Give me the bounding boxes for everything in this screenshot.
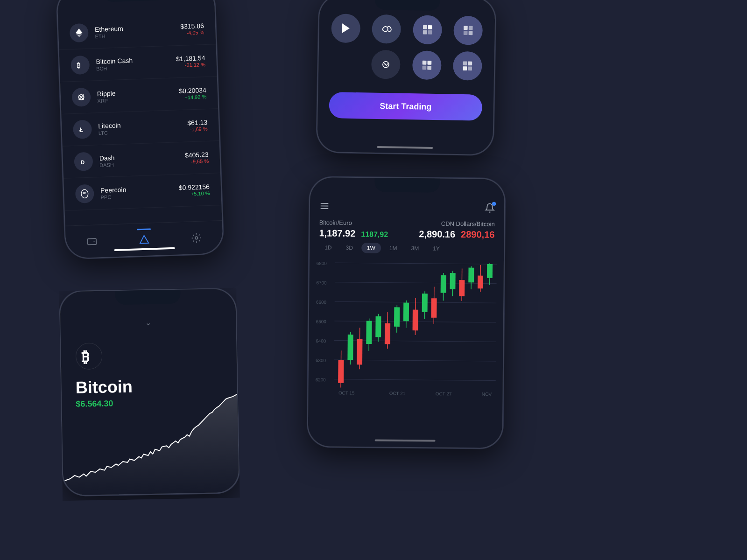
svg-rect-57	[375, 316, 381, 337]
home-indicator	[375, 439, 436, 441]
svg-text:₿: ₿	[81, 348, 89, 365]
app-icon-active[interactable]	[413, 15, 442, 44]
start-trading-button[interactable]: Start Trading	[329, 92, 482, 121]
svg-rect-77	[468, 268, 474, 283]
chevron-down-icon: ⌄	[74, 317, 222, 329]
list-item[interactable]: Ripple XRP $0.20034 +14,92 %	[60, 77, 218, 114]
svg-rect-53	[357, 339, 362, 365]
crypto-price-info: $315.86 -4,05 %	[180, 22, 204, 36]
crypto-info: Peercoin PPC	[100, 184, 179, 200]
filter-1m[interactable]: 1M	[384, 243, 403, 253]
candlestick-chart-area: 6800 6700 6600 6500 6400 6300 6200	[308, 257, 504, 406]
svg-rect-25	[463, 61, 467, 65]
svg-rect-63	[403, 303, 409, 322]
app-icon[interactable]	[371, 50, 401, 79]
svg-text:NOV: NOV	[482, 392, 492, 397]
app-icon[interactable]	[372, 14, 401, 44]
svg-rect-26	[468, 62, 472, 66]
svg-rect-15	[428, 30, 432, 35]
svg-rect-79	[478, 276, 483, 289]
svg-text:6500: 6500	[316, 319, 327, 324]
nav-wallet-icon[interactable]	[87, 236, 98, 247]
svg-rect-14	[423, 30, 427, 35]
home-indicator	[377, 146, 433, 149]
svg-text:Ł: Ł	[79, 126, 84, 133]
pair2-price: 2,890.16	[419, 229, 455, 240]
filter-1w[interactable]: 1W	[361, 243, 381, 253]
bottom-nav	[65, 220, 223, 259]
svg-rect-13	[428, 25, 432, 29]
crypto-price: $315.86	[180, 22, 204, 30]
svg-text:OCT 27: OCT 27	[436, 391, 452, 396]
crypto-info: Ripple XRP	[97, 87, 179, 104]
phone-start-trading: Start Trading	[316, 0, 496, 155]
pair2-price-colored: 2890,16	[461, 229, 494, 240]
svg-rect-69	[431, 298, 437, 318]
svg-rect-16	[464, 26, 468, 30]
svg-rect-51	[347, 335, 353, 360]
app-grid	[318, 0, 495, 90]
crypto-price-info: $405.23 -9,65 %	[185, 151, 209, 165]
svg-line-47	[334, 379, 495, 381]
crypto-info: Dash DASH	[99, 151, 185, 168]
filter-3m[interactable]: 3M	[405, 243, 424, 253]
svg-rect-21	[422, 61, 426, 65]
svg-text:D: D	[80, 159, 85, 166]
bitcoin-icon: ₿	[75, 342, 103, 371]
list-item[interactable]: D Dash DASH $405.23 -9,65 %	[63, 141, 220, 179]
ltc-icon: Ł	[73, 120, 92, 139]
list-item[interactable]: Ethereum ETH $315.86 -4,05 %	[58, 12, 216, 50]
svg-rect-22	[427, 61, 431, 65]
svg-text:6400: 6400	[316, 338, 326, 343]
phone-bitcoin-detail: ⌄ ₿ Bitcoin $6.564.30	[59, 288, 240, 497]
svg-marker-11	[342, 23, 350, 33]
app-icon[interactable]	[412, 50, 442, 80]
time-filter-bar: 1D 3D 1W 1M 3M 1Y	[310, 242, 504, 254]
list-item[interactable]: Ł Litecoin LTC $61.13 -1,69 %	[61, 109, 219, 147]
pair2-label: CDN Dollars/Bitcoin	[441, 220, 495, 228]
filter-1d[interactable]: 1D	[319, 242, 338, 252]
svg-rect-19	[469, 31, 473, 35]
svg-text:6300: 6300	[316, 358, 326, 363]
crypto-list: Ethereum ETH $315.86 -4,05 % ₿ Bitcoin C…	[57, 0, 221, 211]
svg-rect-55	[366, 321, 372, 344]
pair1-price: 1,187.92	[319, 228, 355, 239]
crypto-price: $405.23	[185, 151, 209, 159]
app-icon[interactable]	[331, 14, 360, 43]
bitcoin-line-chart	[62, 390, 239, 496]
filter-3d[interactable]: 3D	[340, 243, 359, 253]
svg-rect-75	[459, 280, 465, 296]
dash-icon: D	[74, 152, 93, 171]
svg-rect-23	[422, 66, 426, 70]
crypto-info: Ethereum ETH	[95, 22, 181, 39]
filter-1y[interactable]: 1Y	[427, 243, 445, 253]
pair1-price-colored: 1187,92	[361, 230, 388, 239]
crypto-price-info: $61.13 -1,69 %	[187, 119, 208, 132]
nav-settings-icon[interactable]	[191, 232, 202, 243]
list-item[interactable]: ₿ Bitcoin Cash BCH $1,181.54 -21,12 %	[59, 44, 217, 82]
svg-text:6200: 6200	[316, 377, 326, 382]
svg-rect-9	[88, 238, 97, 245]
svg-text:OCT 15: OCT 15	[338, 390, 355, 395]
svg-point-10	[195, 237, 198, 239]
svg-text:6600: 6600	[316, 300, 327, 305]
notification-bell-icon[interactable]	[485, 203, 495, 215]
svg-text:OCT 21: OCT 21	[389, 391, 406, 396]
svg-line-41	[335, 263, 496, 264]
crypto-price-info: $0.922156 +5,10 %	[179, 183, 210, 197]
trading-pairs: Bitcoin/Euro CDN Dollars/Bitcoin 1,187.9…	[310, 219, 504, 244]
svg-rect-28	[468, 66, 472, 70]
bch-icon: ₿	[70, 56, 90, 75]
svg-rect-73	[450, 273, 456, 289]
phone-crypto-list: Ethereum ETH $315.86 -4,05 % ₿ Bitcoin C…	[56, 0, 224, 259]
svg-text:6800: 6800	[317, 261, 327, 266]
svg-rect-61	[394, 307, 400, 327]
app-icon[interactable]	[453, 51, 482, 81]
list-item[interactable]: Peercoin PPC $0.922156 +5,10 %	[63, 173, 221, 211]
svg-rect-65	[413, 310, 418, 331]
app-icon[interactable]	[453, 16, 483, 45]
crypto-price-info: $0.20034 +14,92 %	[179, 86, 206, 100]
nav-portfolio-icon[interactable]	[139, 234, 149, 245]
crypto-change: -21,12 %	[176, 62, 205, 68]
menu-icon[interactable]	[319, 201, 330, 213]
